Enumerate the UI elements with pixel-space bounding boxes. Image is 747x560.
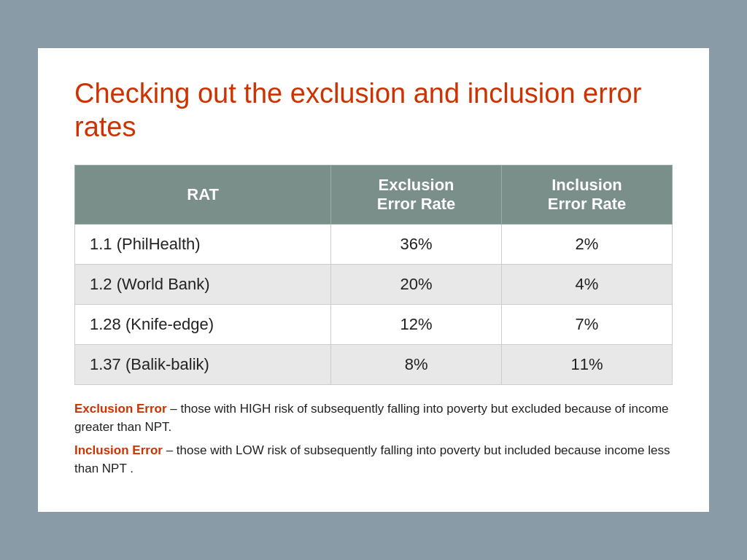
footnotes-section: Exclusion Error – those with HIGH risk o…: [74, 400, 673, 478]
table-row: 1.28 (Knife-edge)12%7%: [75, 304, 673, 344]
inclusion-term: Inclusion Error: [74, 443, 163, 457]
slide-container: Checking out the exclusion and inclusion…: [38, 48, 709, 511]
col-header-inclusion: InclusionError Rate: [502, 165, 673, 224]
rat-cell: 1.2 (World Bank): [75, 264, 331, 304]
exclusion-footnote: Exclusion Error – those with HIGH risk o…: [74, 400, 673, 437]
table-row: 1.37 (Balik-balik)8%11%: [75, 344, 673, 384]
slide-title: Checking out the exclusion and inclusion…: [74, 77, 673, 144]
rat-cell: 1.1 (PhilHealth): [75, 224, 331, 264]
error-rates-table: RAT ExclusionError Rate InclusionError R…: [74, 165, 673, 385]
col-header-exclusion: ExclusionError Rate: [331, 165, 502, 224]
rat-cell: 1.28 (Knife-edge): [75, 304, 331, 344]
inclusion-footnote: Inclusion Error – those with LOW risk of…: [74, 441, 673, 478]
inclusion-def: – those with LOW risk of subsequently fa…: [74, 443, 670, 476]
table-row: 1.1 (PhilHealth)36%2%: [75, 224, 673, 264]
inclusion-rate-cell: 4%: [502, 264, 673, 304]
inclusion-rate-cell: 11%: [502, 344, 673, 384]
exclusion-rate-cell: 36%: [331, 224, 502, 264]
exclusion-term: Exclusion Error: [74, 402, 167, 416]
exclusion-rate-cell: 20%: [331, 264, 502, 304]
inclusion-rate-cell: 7%: [502, 304, 673, 344]
table-header-row: RAT ExclusionError Rate InclusionError R…: [75, 165, 673, 224]
rat-cell: 1.37 (Balik-balik): [75, 344, 331, 384]
col-header-rat: RAT: [75, 165, 331, 224]
table-body: 1.1 (PhilHealth)36%2%1.2 (World Bank)20%…: [75, 224, 673, 384]
inclusion-rate-cell: 2%: [502, 224, 673, 264]
exclusion-rate-cell: 12%: [331, 304, 502, 344]
table-row: 1.2 (World Bank)20%4%: [75, 264, 673, 304]
exclusion-rate-cell: 8%: [331, 344, 502, 384]
